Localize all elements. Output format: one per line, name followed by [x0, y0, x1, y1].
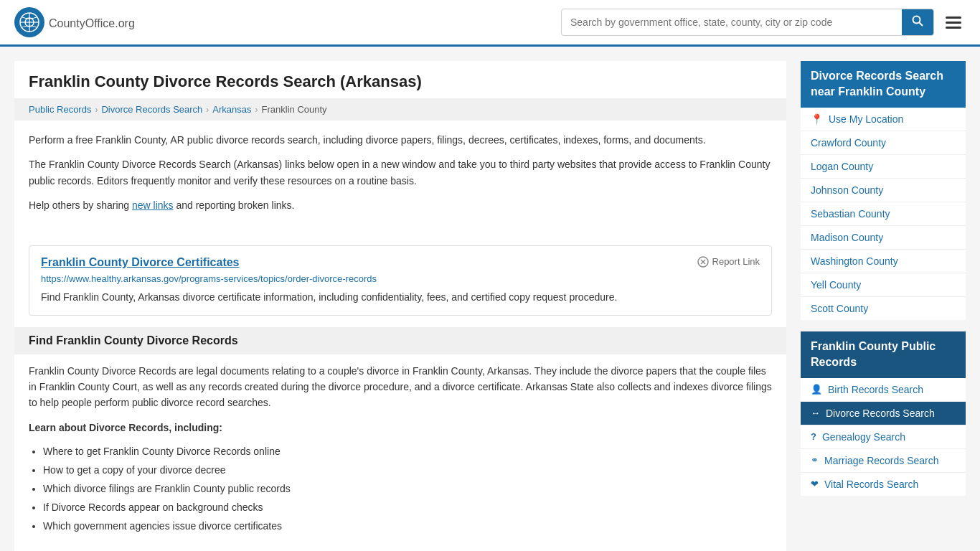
breadcrumb-sep-1: ›: [95, 105, 98, 115]
intro-paragraph-3: Help others by sharing new links and rep…: [29, 197, 772, 213]
search-button[interactable]: [902, 9, 933, 35]
page-wrapper: Franklin County Divorce Records Search (…: [0, 47, 980, 551]
search-input[interactable]: [562, 11, 902, 34]
intro-paragraph-2: The Franklin County Divorce Records Sear…: [29, 156, 772, 189]
crawford-county-link[interactable]: Crawford County: [801, 131, 966, 154]
nearby-list: 📍 Use My Location Crawford County Logan …: [801, 108, 966, 320]
sidebar: Divorce Records Search near Franklin Cou…: [801, 61, 966, 551]
birth-records-link[interactable]: 👤 Birth Records Search: [801, 378, 966, 401]
marriage-records-item[interactable]: ⚭ Marriage Records Search: [801, 449, 966, 473]
divorce-icon: ↔: [811, 408, 820, 418]
nearby-title: Divorce Records Search near Franklin Cou…: [801, 61, 966, 108]
marriage-records-link[interactable]: ⚭ Marriage Records Search: [801, 449, 966, 472]
bullet-4: If Divorce Records appear on background …: [43, 500, 772, 515]
sidebar-county-2[interactable]: Logan County: [801, 155, 966, 179]
use-my-location-item[interactable]: 📍 Use My Location: [801, 108, 966, 131]
main-content: Franklin County Divorce Records Search (…: [14, 61, 786, 551]
find-body-p1: Franklin County Divorce Records are lega…: [29, 363, 772, 411]
birth-records-item[interactable]: 👤 Birth Records Search: [801, 378, 966, 402]
bullet-1: Where to get Franklin County Divorce Rec…: [43, 444, 772, 459]
genealogy-item[interactable]: ? Genealogy Search: [801, 425, 966, 449]
bullet-list: Where to get Franklin County Divorce Rec…: [29, 444, 772, 534]
new-links-link[interactable]: new links: [132, 199, 174, 211]
johnson-county-link[interactable]: Johnson County: [801, 179, 966, 202]
sidebar-county-5[interactable]: Madison County: [801, 226, 966, 250]
sidebar-county-8[interactable]: Scott County: [801, 297, 966, 320]
breadcrumb-divorce-records-search[interactable]: Divorce Records Search: [101, 104, 202, 115]
bullet-5: Which government agencies issue divorce …: [43, 519, 772, 534]
sidebar-county-3[interactable]: Johnson County: [801, 179, 966, 202]
breadcrumb-public-records[interactable]: Public Records: [29, 104, 91, 115]
breadcrumb-sep-3: ›: [255, 105, 258, 115]
bullet-3: Which divorce filings are Franklin Count…: [43, 481, 772, 496]
divorce-records-link[interactable]: ↔ Divorce Records Search: [801, 402, 966, 425]
breadcrumb-sep-2: ›: [206, 105, 209, 115]
search-bar: [561, 9, 934, 36]
report-link-button[interactable]: Report Link: [697, 256, 760, 268]
hamburger-menu-button[interactable]: [941, 12, 966, 33]
sidebar-county-7[interactable]: Yell County: [801, 273, 966, 297]
header-right: [561, 9, 966, 36]
record-card: Franklin County Divorce Certificates Rep…: [29, 245, 772, 316]
svg-line-5: [920, 23, 923, 27]
washington-county-link[interactable]: Washington County: [801, 250, 966, 273]
svg-point-4: [913, 17, 920, 24]
use-my-location-link[interactable]: 📍 Use My Location: [801, 108, 966, 131]
vital-records-item[interactable]: ❤ Vital Records Search: [801, 473, 966, 496]
public-records-box: Franklin County Public Records 👤 Birth R…: [801, 331, 966, 496]
breadcrumb: Public Records › Divorce Records Search …: [14, 98, 786, 121]
bullet-2: How to get a copy of your divorce decree: [43, 463, 772, 478]
find-section: Find Franklin County Divorce Records Fra…: [14, 327, 786, 551]
sidebar-county-4[interactable]: Sebastian County: [801, 202, 966, 226]
learn-title: Learn about Divorce Records, including:: [29, 420, 772, 435]
genealogy-icon: ?: [811, 431, 816, 442]
logan-county-link[interactable]: Logan County: [801, 155, 966, 178]
intro-section: Perform a free Franklin County, AR publi…: [14, 121, 786, 234]
intro-paragraph-1: Perform a free Franklin County, AR publi…: [29, 132, 772, 148]
yell-county-link[interactable]: Yell County: [801, 273, 966, 296]
page-title: Franklin County Divorce Records Search (…: [14, 61, 786, 98]
record-url[interactable]: https://www.healthy.arkansas.gov/program…: [41, 273, 760, 284]
record-description: Find Franklin County, Arkansas divorce c…: [41, 290, 760, 305]
record-title-link[interactable]: Franklin County Divorce Certificates: [41, 256, 240, 269]
divorce-records-item[interactable]: ↔ Divorce Records Search: [801, 402, 966, 425]
report-icon: [697, 256, 709, 268]
find-section-header: Find Franklin County Divorce Records: [14, 327, 786, 354]
public-records-list: 👤 Birth Records Search ↔ Divorce Records…: [801, 378, 966, 496]
genealogy-link[interactable]: ? Genealogy Search: [801, 425, 966, 448]
breadcrumb-arkansas[interactable]: Arkansas: [212, 104, 251, 115]
location-pin-icon: 📍: [811, 113, 823, 125]
sebastian-county-link[interactable]: Sebastian County: [801, 202, 966, 225]
vital-icon: ❤: [811, 479, 819, 489]
sidebar-county-6[interactable]: Washington County: [801, 250, 966, 273]
header: CountyOffice.org: [0, 0, 980, 47]
record-card-header: Franklin County Divorce Certificates Rep…: [41, 256, 760, 269]
vital-records-link[interactable]: ❤ Vital Records Search: [801, 473, 966, 496]
breadcrumb-franklin-county: Franklin County: [262, 104, 327, 115]
logo-area: CountyOffice.org: [14, 7, 135, 37]
nearby-box: Divorce Records Search near Franklin Cou…: [801, 61, 966, 320]
logo-icon: [14, 7, 44, 37]
madison-county-link[interactable]: Madison County: [801, 226, 966, 249]
logo-text[interactable]: CountyOffice.org: [49, 14, 135, 31]
scott-county-link[interactable]: Scott County: [801, 297, 966, 320]
marriage-icon: ⚭: [811, 455, 819, 466]
sidebar-county-1[interactable]: Crawford County: [801, 131, 966, 155]
birth-icon: 👤: [811, 384, 822, 395]
find-section-body: Franklin County Divorce Records are lega…: [14, 363, 786, 551]
public-records-title: Franklin County Public Records: [801, 331, 966, 378]
